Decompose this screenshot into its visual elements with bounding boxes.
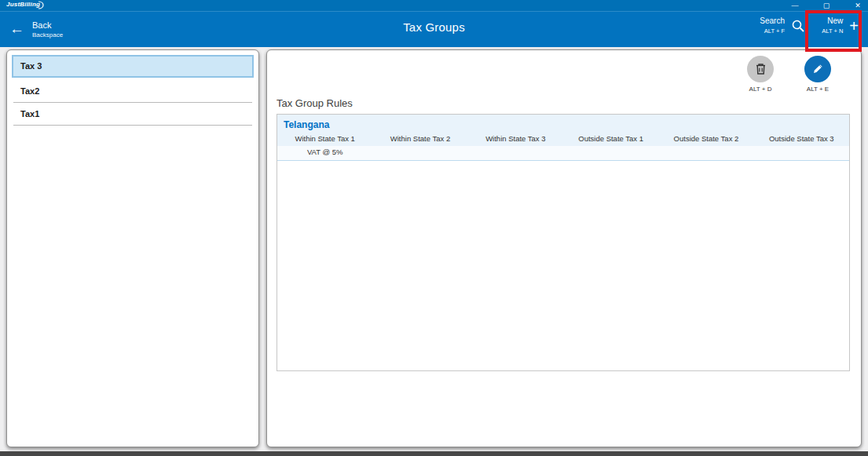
window-controls: — ▢ ✕ <box>789 0 863 11</box>
trash-icon <box>755 63 767 75</box>
column-header: Outside State Tax 3 <box>754 131 849 146</box>
app-header: ← Back Backspace Tax Groups Search ALT +… <box>0 11 868 47</box>
list-item-tax2[interactable]: Tax2 <box>13 80 252 103</box>
app-logo: JustBilling <box>6 1 40 8</box>
new-button[interactable]: New ALT + N + <box>822 16 859 35</box>
state-group-name: Telangana <box>277 117 849 131</box>
titlebar: JustBilling — ▢ ✕ <box>0 0 868 11</box>
page-title: Tax Groups <box>0 20 868 34</box>
rule-value-cell <box>754 146 849 160</box>
tax-group-rules-table: Telangana Within State Tax 1 Within Stat… <box>277 114 850 371</box>
pencil-icon <box>811 63 824 75</box>
list-item-label: Tax2 <box>20 86 39 96</box>
new-label: New <box>822 16 843 25</box>
edit-button[interactable] <box>804 56 831 82</box>
app-logo-text: JustBilling <box>6 1 40 8</box>
column-header: Outside State Tax 1 <box>563 131 658 146</box>
minimize-button[interactable]: — <box>789 0 800 11</box>
rules-table-header: Telangana Within State Tax 1 Within Stat… <box>277 115 849 146</box>
search-shortcut: ALT + F <box>760 27 785 35</box>
column-header: Within State Tax 1 <box>277 131 372 146</box>
rule-value-cell <box>658 146 753 160</box>
table-row[interactable]: VAT @ 5% <box>277 146 849 161</box>
column-header-row: Within State Tax 1 Within State Tax 2 Wi… <box>277 131 849 146</box>
column-header: Outside State Tax 2 <box>658 131 753 146</box>
list-item-tax1[interactable]: Tax1 <box>13 103 252 126</box>
search-icon <box>791 19 805 33</box>
list-item-label: Tax 3 <box>20 61 42 71</box>
plus-icon: + <box>849 18 859 34</box>
rule-value-cell <box>468 146 563 160</box>
delete-shortcut: ALT + D <box>737 86 784 93</box>
screen-bottom-edge <box>0 451 868 456</box>
edit-shortcut: ALT + E <box>794 86 841 93</box>
column-header: Within State Tax 3 <box>468 131 563 146</box>
tax-group-list-panel: Tax 3 Tax2 Tax1 <box>6 49 259 447</box>
search-button[interactable]: Search ALT + F <box>760 16 805 35</box>
column-header: Within State Tax 2 <box>372 131 467 146</box>
maximize-button[interactable]: ▢ <box>821 0 832 11</box>
list-item-tax3[interactable]: Tax 3 <box>12 55 254 78</box>
search-label: Search <box>760 16 785 25</box>
rule-value-cell <box>563 146 658 160</box>
delete-button[interactable] <box>747 56 774 82</box>
rule-value-cell <box>372 146 467 160</box>
new-shortcut: ALT + N <box>822 27 843 35</box>
list-item-label: Tax1 <box>20 109 39 119</box>
rule-value-cell: VAT @ 5% <box>277 146 372 160</box>
logo-swoosh-icon <box>38 1 46 10</box>
section-title: Tax Group Rules <box>277 97 353 109</box>
close-button[interactable]: ✕ <box>852 0 863 11</box>
